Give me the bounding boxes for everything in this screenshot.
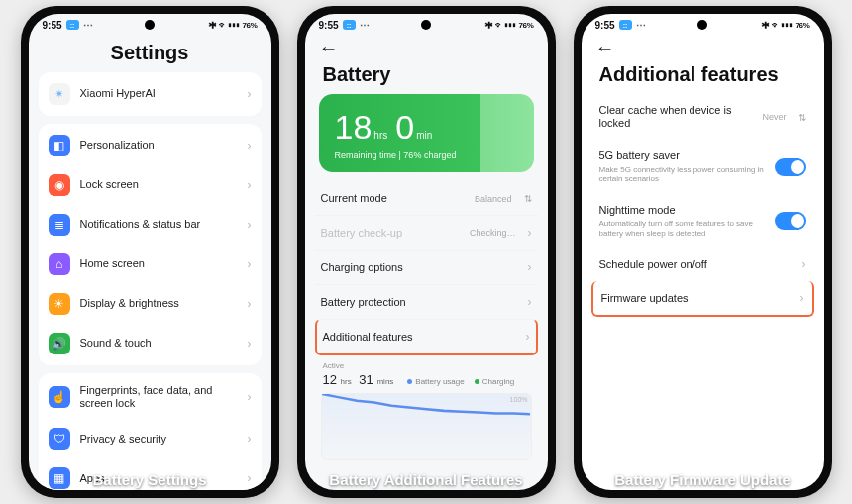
battery-row-current-mode[interactable]: Current modeBalanced⇅ <box>315 182 538 215</box>
lock-icon: ◉ <box>49 174 70 196</box>
status-time: 9:55 <box>319 20 339 31</box>
battery-rows: Current modeBalanced⇅Battery check-upChe… <box>315 182 538 355</box>
battery-hero-card[interactable]: 18 hrs 0 min Remaining time | 76% charge… <box>319 94 534 172</box>
screen-settings: 9:55 :: ⋯ ✱ ᯤ ▮▮▮ 76% Settings ✴Xiaomi H… <box>29 14 271 490</box>
settings-row-personalization[interactable]: ◧Personalization› <box>39 126 262 165</box>
status-indicators: ✱ ᯤ ▮▮▮ <box>485 21 515 30</box>
chevron-right-icon: › <box>248 471 252 485</box>
settings-card: ☝Fingerprints, face data, and screen loc… <box>39 373 262 490</box>
notifications-icon: ≣ <box>49 214 70 236</box>
active-info: Active 12 hrs 31 mins Battery usage Char… <box>315 355 538 389</box>
settings-row-display-brightness[interactable]: ☀Display & brightness› <box>39 284 262 324</box>
screen-additional: 9:55 :: ⋯ ✱ ᯤ ▮▮▮ 76% ← Additional featu… <box>582 14 824 490</box>
battery-chart[interactable]: 100% <box>321 393 532 460</box>
row-value: Checking… <box>470 228 516 238</box>
settings-row-privacy-security[interactable]: 🛡Privacy & security› <box>39 419 262 458</box>
row-label: Firmware updates <box>601 292 791 305</box>
mi-badge-icon: :: <box>343 20 356 30</box>
settings-row-xiaomi-hyperai[interactable]: ✴Xiaomi HyperAI› <box>39 74 262 114</box>
additional-row-nighttime-mode[interactable]: Nighttime modeAutomatically turn off som… <box>591 194 814 248</box>
settings-row-home-screen[interactable]: ⌂Home screen› <box>39 245 262 284</box>
active-mins-u: mins <box>376 377 393 386</box>
row-label: Nighttime mode <box>599 204 765 217</box>
additional-row-schedule-power-on-off[interactable]: Schedule power on/off› <box>591 248 814 281</box>
status-dots-icon: ⋯ <box>83 20 92 31</box>
settings-row-fingerprints-face-data-and-screen-lock[interactable]: ☝Fingerprints, face data, and screen loc… <box>39 375 262 419</box>
settings-card: ✴Xiaomi HyperAI› <box>39 72 262 116</box>
row-label: Privacy & security <box>80 433 238 446</box>
chevron-right-icon: › <box>802 257 806 271</box>
chevron-right-icon: › <box>248 139 252 152</box>
legend-usage-dot <box>407 379 412 384</box>
status-dots-icon: ⋯ <box>360 20 369 31</box>
back-button[interactable]: ← <box>305 36 548 57</box>
status-battery-pct: 76% <box>242 21 257 30</box>
remaining-mins-unit: min <box>416 130 432 141</box>
chevron-right-icon: › <box>248 178 252 192</box>
status-time: 9:55 <box>43 20 62 31</box>
row-label: Charging options <box>321 261 518 274</box>
apps-icon: ▦ <box>49 467 70 489</box>
home-icon: ⌂ <box>49 253 70 275</box>
chevron-right-icon: › <box>800 291 804 305</box>
screen-battery: 9:55 :: ⋯ ✱ ᯤ ▮▮▮ 76% ← Battery 18 hrs 0… <box>305 14 548 490</box>
legend-usage: Battery usage <box>415 377 464 386</box>
battery-row-additional-features[interactable]: Additional features› <box>315 319 538 355</box>
remaining-mins: 0 <box>395 108 414 147</box>
chevron-right-icon: › <box>248 218 252 232</box>
status-battery-pct: 76% <box>795 21 809 30</box>
battery-row-battery-check-up[interactable]: Battery check-upChecking…› <box>315 215 538 250</box>
battery-content[interactable]: 18 hrs 0 min Remaining time | 76% charge… <box>305 94 548 490</box>
row-label: Lock screen <box>80 178 238 191</box>
row-label: Apps <box>80 472 238 485</box>
sound-icon: 🔊 <box>49 333 70 354</box>
additional-row-firmware-updates[interactable]: Firmware updates› <box>591 281 814 317</box>
settings-row-lock-screen[interactable]: ◉Lock screen› <box>39 165 262 205</box>
page-header: Additional features <box>582 57 824 94</box>
mi-badge-icon: :: <box>66 20 79 30</box>
battery-row-charging-options[interactable]: Charging options› <box>315 250 538 284</box>
additional-rows: Clear cache when device is lockedNever⇅5… <box>582 94 824 490</box>
row-label: Battery protection <box>321 296 518 309</box>
row-label: Notifications & status bar <box>80 218 238 231</box>
chevron-right-icon: › <box>248 87 252 101</box>
legend-charging: Charging <box>482 377 514 386</box>
active-mins: 31 <box>359 372 373 387</box>
toggle-switch[interactable] <box>775 158 806 176</box>
row-label: 5G battery saver <box>599 150 765 162</box>
camera-notch <box>145 20 155 30</box>
hero-sub: Remaining time | 76% charged <box>335 151 518 160</box>
row-label: Additional features <box>323 331 516 344</box>
camera-notch <box>421 20 431 30</box>
chevron-right-icon: › <box>528 260 532 274</box>
settings-row-sound-touch[interactable]: 🔊Sound & touch› <box>39 324 262 363</box>
row-label: Home screen <box>80 257 238 270</box>
active-label: Active <box>323 361 530 370</box>
page-header: Settings <box>29 36 271 72</box>
settings-card: ◧Personalization›◉Lock screen›≣Notificat… <box>39 124 262 365</box>
additional-row-clear-cache-when-device-is-locked[interactable]: Clear cache when device is lockedNever⇅ <box>591 94 814 140</box>
phone-frame-3: 9:55 :: ⋯ ✱ ᯤ ▮▮▮ 76% ← Additional featu… <box>574 6 832 498</box>
row-label: Fingerprints, face data, and screen lock <box>80 384 238 410</box>
battery-row-battery-protection[interactable]: Battery protection› <box>315 284 538 319</box>
phone-frame-2: 9:55 :: ⋯ ✱ ᯤ ▮▮▮ 76% ← Battery 18 hrs 0… <box>297 6 556 498</box>
settings-row-notifications-status-bar[interactable]: ≣Notifications & status bar› <box>39 205 262 245</box>
settings-list[interactable]: ✴Xiaomi HyperAI›◧Personalization›◉Lock s… <box>29 72 271 490</box>
row-sub: Make 5G connectivity less power consumin… <box>599 165 765 184</box>
row-value: Balanced <box>475 194 512 204</box>
additional-row-5g-battery-saver[interactable]: 5G battery saverMake 5G connectivity les… <box>591 140 814 193</box>
privacy-icon: 🛡 <box>49 428 70 450</box>
page-title: Settings <box>47 42 254 64</box>
settings-row-apps[interactable]: ▦Apps› <box>39 458 262 490</box>
toggle-switch[interactable] <box>775 212 806 230</box>
page-header: Battery <box>305 57 548 94</box>
remaining-hours-unit: hrs <box>373 130 387 141</box>
row-label: Sound & touch <box>80 337 238 350</box>
row-label: Personalization <box>80 139 238 151</box>
page-title: Additional features <box>599 63 806 86</box>
chevron-right-icon: › <box>528 295 532 309</box>
active-hours: 12 <box>323 372 337 387</box>
back-button[interactable]: ← <box>582 36 824 57</box>
row-label: Battery check-up <box>321 227 460 240</box>
active-hours-u: hrs <box>341 377 352 386</box>
